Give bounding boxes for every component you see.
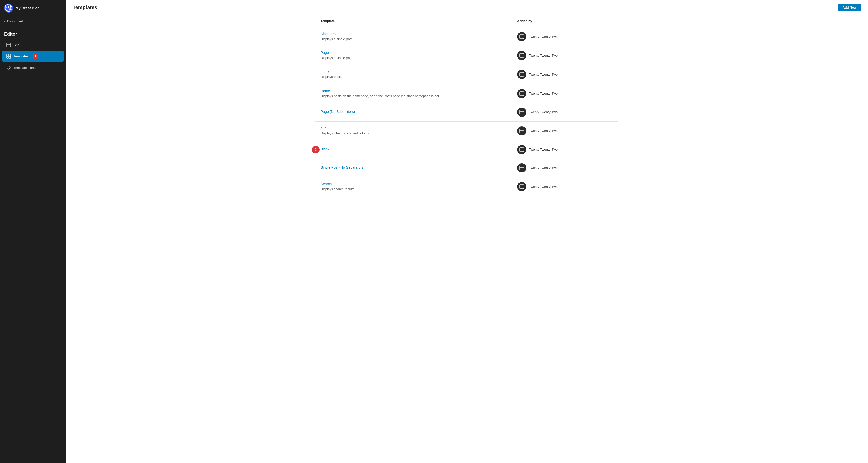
template-cell: IndexDisplays posts.	[315, 65, 512, 84]
templates-tbody: Single PostDisplays a single post. Twent…	[315, 27, 618, 196]
template-cell: PageDisplays a single page.	[315, 46, 512, 65]
sidebar-item-templates[interactable]: Templates 1	[2, 51, 64, 62]
added-by-name: Twenty Twenty-Two	[529, 35, 558, 38]
table-row[interactable]: SearchDisplays search results. Twenty Tw…	[315, 177, 618, 196]
added-by-cell: Twenty Twenty-Two	[512, 27, 618, 46]
added-by-content: Twenty Twenty-Two	[517, 70, 613, 79]
added-by-cell: Twenty Twenty-Two	[512, 159, 618, 177]
col-header-template: Template	[315, 15, 512, 27]
added-by-cell: Twenty Twenty-Two	[512, 65, 618, 84]
added-by-cell: Twenty Twenty-Two	[512, 46, 618, 65]
home-icon	[6, 42, 11, 48]
template-name-link[interactable]: 404	[320, 126, 326, 130]
table-row[interactable]: Single Post (No Separators) Twenty Twent…	[315, 159, 618, 177]
added-by-cell: Twenty Twenty-Two	[512, 103, 618, 121]
svg-rect-10	[520, 110, 524, 114]
theme-icon	[517, 51, 526, 60]
sidebar-item-site-label: Site	[13, 43, 19, 47]
table-row[interactable]: HomeDisplays posts on the homepage, or o…	[315, 84, 618, 103]
svg-rect-5	[9, 57, 10, 58]
table-row[interactable]: Single PostDisplays a single post. Twent…	[315, 27, 618, 46]
svg-rect-11	[520, 129, 524, 133]
table-row[interactable]: 2Blank Twenty Twenty-Two	[315, 140, 618, 159]
template-name-link[interactable]: Single Post (No Separators)	[320, 165, 364, 169]
added-by-content: Twenty Twenty-Two	[517, 182, 613, 191]
added-by-cell: Twenty Twenty-Two	[512, 140, 618, 159]
theme-icon	[517, 89, 526, 98]
added-by-name: Twenty Twenty-Two	[529, 129, 558, 133]
sidebar-item-templates-label: Templates	[13, 55, 29, 58]
template-cell: 404Displays when no content is found.	[315, 121, 512, 140]
templates-table: Template Added by Single PostDisplays a …	[315, 15, 618, 196]
page-title: Templates	[73, 4, 97, 10]
svg-rect-13	[520, 166, 524, 170]
template-cell: 2Blank	[315, 140, 512, 159]
svg-rect-2	[6, 54, 8, 56]
added-by-name: Twenty Twenty-Two	[529, 110, 558, 114]
template-name-link[interactable]: Index	[320, 70, 329, 74]
svg-rect-14	[520, 185, 524, 189]
template-name-link[interactable]: Page (No Separators)	[320, 110, 355, 114]
templates-badge: 1	[33, 54, 38, 59]
table-row[interactable]: PageDisplays a single page. Twenty Twent…	[315, 46, 618, 65]
added-by-cell: Twenty Twenty-Two	[512, 84, 618, 103]
template-cell: Page (No Separators)	[315, 103, 512, 121]
diamond-icon	[6, 65, 11, 70]
content-area: Template Added by Single PostDisplays a …	[66, 15, 868, 463]
sidebar-item-site[interactable]: Site	[2, 40, 64, 50]
svg-rect-4	[6, 57, 8, 58]
theme-icon	[517, 182, 526, 191]
added-by-content: Twenty Twenty-Two	[517, 126, 613, 135]
added-by-cell: Twenty Twenty-Two	[512, 177, 618, 196]
svg-rect-7	[520, 54, 524, 58]
site-name: My Great Blog	[16, 6, 39, 10]
template-name-link[interactable]: Blank	[320, 147, 329, 151]
theme-icon	[517, 108, 526, 117]
theme-icon	[517, 126, 526, 135]
table-row[interactable]: Page (No Separators) Twenty Twenty-Two	[315, 103, 618, 121]
template-description: Displays posts.	[320, 75, 507, 79]
added-by-name: Twenty Twenty-Two	[529, 148, 558, 151]
added-by-cell: Twenty Twenty-Two	[512, 121, 618, 140]
table-row[interactable]: IndexDisplays posts. Twenty Twenty-Two	[315, 65, 618, 84]
table-row[interactable]: 404Displays when no content is found. Tw…	[315, 121, 618, 140]
theme-icon	[517, 70, 526, 79]
svg-rect-9	[520, 92, 524, 96]
template-cell: HomeDisplays posts on the homepage, or o…	[315, 84, 512, 103]
added-by-name: Twenty Twenty-Two	[529, 166, 558, 170]
theme-icon	[517, 145, 526, 154]
added-by-content: Twenty Twenty-Two	[517, 108, 613, 117]
add-new-button[interactable]: Add New	[838, 3, 861, 11]
template-description: Displays search results.	[320, 187, 507, 191]
added-by-name: Twenty Twenty-Two	[529, 92, 558, 95]
template-cell: Single Post (No Separators)	[315, 159, 512, 177]
template-name-link[interactable]: Search	[320, 182, 332, 186]
template-description: Displays posts on the homepage, or on th…	[320, 94, 507, 98]
editor-label: Editor	[0, 27, 66, 39]
template-description: Displays a single page.	[320, 56, 507, 60]
template-name-link[interactable]: Home	[320, 89, 330, 93]
svg-rect-8	[520, 72, 524, 76]
main-content: Templates Add New Template Added by Sing…	[66, 0, 868, 463]
dashboard-link[interactable]: ‹ Dashboard	[0, 17, 66, 27]
svg-rect-1	[6, 43, 10, 47]
template-name-link[interactable]: Single Post	[320, 32, 338, 36]
sidebar-item-template-parts-label: Template Parts	[13, 66, 36, 70]
svg-rect-12	[520, 148, 524, 152]
theme-icon	[517, 32, 526, 41]
chevron-left-icon: ‹	[4, 20, 5, 23]
grid-icon	[6, 54, 11, 59]
sidebar-item-template-parts[interactable]: Template Parts	[2, 63, 64, 73]
added-by-name: Twenty Twenty-Two	[529, 54, 558, 58]
svg-rect-3	[9, 54, 10, 56]
sidebar-header: My Great Blog	[0, 0, 66, 17]
added-by-content: Twenty Twenty-Two	[517, 163, 613, 173]
table-header: Template Added by	[315, 15, 618, 27]
svg-rect-6	[520, 35, 524, 38]
added-by-content: Twenty Twenty-Two	[517, 51, 613, 60]
template-cell: Single PostDisplays a single post.	[315, 27, 512, 46]
template-name-link[interactable]: Page	[320, 51, 329, 55]
added-by-content: Twenty Twenty-Two	[517, 32, 613, 41]
row-number-badge: 2	[312, 146, 319, 153]
wordpress-logo	[4, 3, 13, 12]
